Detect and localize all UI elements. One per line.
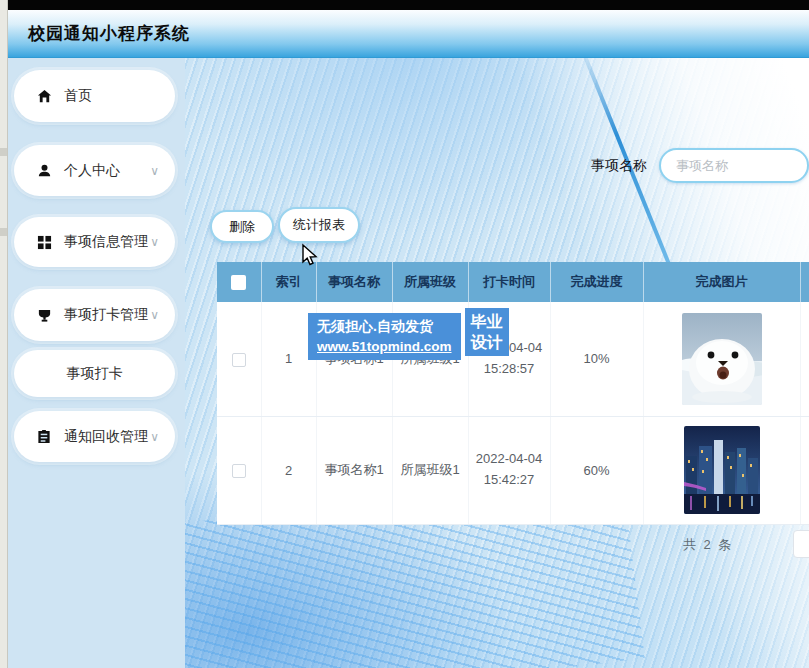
sidebar-item-personal-center[interactable]: 个人中心 ∨ [14, 145, 175, 196]
total-count: 共 2 条 [683, 536, 733, 554]
cell-time: 2022-04-04 15:42:27 [468, 416, 550, 524]
sidebar: 首页 个人中心 ∨ 事项信息管理 ∨ 事项打卡管理 ∨ 事项打卡 [8, 58, 185, 668]
sidebar-item-notice-recycle-management[interactable]: 通知回收管理 ∨ [14, 411, 175, 462]
delete-button[interactable]: 删除 [210, 210, 274, 243]
column-header-progress: 完成进度 [550, 262, 643, 302]
watermark-badge-line: 毕业 [471, 311, 503, 332]
cell-name: 事项名称1 [316, 416, 392, 524]
table-row: 2 事项名称1 所属班级1 2022-04-04 15:42:27 60% [217, 416, 809, 524]
app-header: 校园通知小程序系统 [8, 10, 809, 58]
select-all-checkbox[interactable] [231, 275, 246, 290]
sidebar-item-label: 事项打卡管理 [64, 306, 150, 324]
window-edge-strip [0, 0, 8, 668]
sidebar-item-label: 首页 [64, 87, 159, 105]
chevron-down-icon: ∨ [150, 164, 159, 178]
sidebar-item-label: 事项信息管理 [64, 233, 150, 251]
trophy-icon [37, 307, 53, 323]
clipboard-icon [37, 429, 53, 445]
watermark-badge-line: 设计 [471, 332, 503, 353]
edge-notch [0, 228, 7, 236]
watermark-text: 无须担心.自动发货 [317, 318, 452, 336]
sidebar-item-checkin[interactable]: 事项打卡 [14, 350, 175, 397]
search-label: 事项名称 [591, 157, 647, 175]
cell-progress: 10% [550, 302, 643, 416]
user-icon [37, 163, 53, 179]
completion-image-seal[interactable] [682, 313, 762, 405]
table-row: 1 事项名称1 所属班级1 2022-04-04 15:28:57 10% [217, 302, 809, 416]
cell-class: 所属班级1 [392, 416, 468, 524]
cell-progress: 60% [550, 416, 643, 524]
column-header-time: 打卡时间 [468, 262, 550, 302]
sidebar-item-checkin-management[interactable]: 事项打卡管理 ∨ [14, 289, 175, 341]
column-header-name: 事项名称 [316, 262, 392, 302]
page-size-select[interactable] [793, 530, 809, 558]
chevron-down-icon: ∨ [150, 308, 159, 322]
vendor-watermark: 无须担心.自动发货 www.51topmind.com 毕业 设计 [308, 313, 509, 360]
cell-index: 2 [261, 416, 316, 524]
report-button[interactable]: 统计报表 [278, 207, 360, 243]
sidebar-item-item-info-management[interactable]: 事项信息管理 ∨ [14, 217, 175, 267]
watermark-url: www.51topmind.com [317, 339, 452, 354]
app-window: 校园通知小程序系统 首页 个人中心 ∨ 事项信息管理 ∨ [0, 0, 809, 668]
row-checkbox[interactable] [232, 353, 246, 367]
chevron-down-icon: ∨ [150, 235, 159, 249]
cell-image [643, 302, 800, 416]
page-title: 校园通知小程序系统 [8, 22, 190, 45]
chevron-down-icon: ∨ [150, 430, 159, 444]
row-checkbox[interactable] [232, 464, 246, 478]
top-black-bar [8, 0, 809, 10]
column-header-index: 索引 [261, 262, 316, 302]
watermark-badge: 毕业 设计 [465, 308, 509, 356]
sidebar-item-label: 通知回收管理 [64, 428, 150, 446]
search-bar: 事项名称 [591, 148, 809, 183]
checkin-table: 索引 事项名称 所属班级 打卡时间 完成进度 完成图片 1 事项名称1 所属 [217, 262, 809, 525]
edge-notch [0, 148, 7, 156]
main-content: 事项名称 删除 统计报表 索引 事项名称 所属班级 [185, 58, 809, 668]
column-header-class: 所属班级 [392, 262, 468, 302]
select-all-cell [217, 262, 261, 302]
cell-image [643, 416, 800, 524]
sidebar-item-home[interactable]: 首页 [14, 70, 175, 122]
sidebar-item-label: 个人中心 [64, 162, 150, 180]
grid-icon [37, 234, 53, 250]
home-icon [37, 88, 53, 104]
column-header-cut [800, 262, 809, 302]
watermark-box: 无须担心.自动发货 www.51topmind.com [308, 313, 461, 360]
table-header-row: 索引 事项名称 所属班级 打卡时间 完成进度 完成图片 [217, 262, 809, 302]
search-input[interactable] [659, 148, 809, 183]
column-header-image: 完成图片 [643, 262, 800, 302]
completion-image-city[interactable] [684, 426, 760, 514]
sidebar-item-label: 事项打卡 [67, 365, 123, 383]
